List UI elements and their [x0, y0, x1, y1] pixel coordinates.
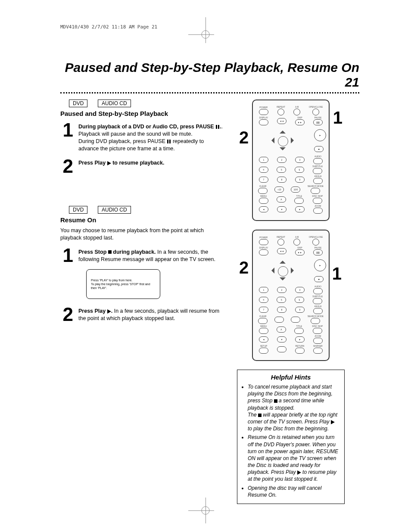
lbl-menu: MENU	[260, 195, 267, 197]
lbl-subtitle: SUBTITLE	[312, 165, 323, 168]
h1e: to play the Disc from the beginning.	[248, 426, 329, 432]
play-icon	[331, 420, 335, 424]
tag-dvd: DVD	[69, 206, 87, 214]
hint-2: Resume On is retained when you turn off …	[248, 434, 340, 482]
lbl-discskip: DISC SKIP	[312, 195, 323, 197]
remote-10-0-button	[291, 317, 300, 323]
remote-discskip-button	[313, 198, 322, 204]
lbl-skip: SKIP	[297, 117, 302, 119]
lbl-open: OPEN/CLOSE	[309, 236, 323, 238]
play-icon	[107, 309, 111, 314]
remote-setup-button	[259, 348, 268, 354]
lbl-angle: ANGLE	[314, 175, 322, 177]
remote-subtitle-button	[313, 168, 322, 174]
s2s2-a: Press Play	[78, 308, 107, 314]
remote-10-0-button: 10/0	[291, 187, 300, 193]
remote-num-5: 5	[277, 167, 286, 173]
remote-num-2: 2	[277, 157, 286, 163]
remote-ab-button	[293, 109, 300, 115]
lbl-power: POWER	[259, 106, 268, 109]
svg-point-0	[202, 31, 209, 38]
remote-stop-button: ■	[314, 276, 324, 282]
step2-text: Press Play to resume playback.	[78, 157, 164, 176]
remote-title-button	[294, 328, 304, 334]
lbl-clear: CLEAR	[259, 185, 267, 187]
remote-num-8: 8	[277, 177, 286, 183]
callout-1: 1	[333, 108, 342, 128]
lbl-repeat: REPEAT	[277, 236, 285, 238]
remote-menu-button	[259, 328, 268, 334]
tag-audio-cd: AUDIO CD	[98, 100, 131, 107]
remote-a-button: A	[277, 327, 286, 333]
hints-list: To cancel resume playback and start play…	[242, 383, 340, 498]
crop-mark-bottom-icon	[197, 502, 214, 519]
lbl-marker: MARKER	[313, 345, 322, 347]
right-column: 1 2 POWER REPEAT A-B OPEN/CLOSE DISPLAY …	[237, 100, 345, 504]
lbl-ab: A-B	[295, 106, 299, 108]
lbl-zoom: ZOOM	[315, 205, 321, 207]
play-icon	[297, 470, 301, 475]
s2s1-text: Press Stop during playback. In a few sec…	[78, 246, 224, 265]
section2-heading: Resume On	[60, 216, 224, 224]
remote-num-9: 9	[295, 177, 305, 183]
remote-num-6: 6	[295, 167, 304, 173]
lbl-display: DISPLAY	[259, 247, 268, 249]
lbl-skip: SKIP	[297, 247, 302, 249]
remote-a-button: A	[277, 196, 286, 202]
lbl-subtitle: SUBTITLE	[312, 296, 323, 298]
remote-audio-button	[313, 288, 323, 294]
remote-play-button: ►	[314, 259, 326, 271]
arrow-left-icon	[268, 268, 274, 274]
remote-num-5: 5	[277, 297, 286, 303]
remote-nav-pad	[268, 258, 298, 283]
arrow-right-icon	[291, 268, 297, 274]
callout-2: 2	[239, 258, 249, 277]
lbl-setup: SETUP	[260, 345, 268, 347]
remote-open-button	[312, 239, 319, 246]
hint-3: Opening the disc tray will cancel Resume…	[248, 485, 340, 498]
section2-step2: 2 Press Play . In a few seconds, playbac…	[60, 305, 224, 324]
remote-discskip-button	[313, 328, 322, 334]
s2s1-a: Press Stop	[78, 249, 108, 255]
lbl-ab: A-B	[295, 236, 299, 238]
remote-audio-button	[313, 158, 323, 164]
remote-num-7: 7	[259, 307, 268, 313]
stop-icon	[274, 399, 277, 403]
remote-skip-fwd-button: ►►	[295, 119, 305, 125]
remote-num-1: 1	[259, 157, 268, 163]
remote-body: POWER REPEAT A-B OPEN/CLOSE DISPLAY ◄◄ S…	[252, 230, 330, 361]
remote-num-6: 6	[295, 297, 304, 303]
section1-step2: 2 Press Play to resume playback.	[60, 157, 224, 176]
left-column: DVD AUDIO CD Paused and Step-by-Step Pla…	[60, 100, 224, 504]
media-tags-2: DVD AUDIO CD	[69, 206, 224, 214]
remote-zoom-button	[313, 208, 323, 214]
remote-marker-button	[313, 348, 323, 354]
remote-num-1: 1	[259, 287, 268, 293]
lbl-open: OPEN/CLOSE	[309, 106, 323, 108]
lbl-repeat: REPEAT	[277, 106, 285, 108]
s1s2-a: Press Play	[78, 160, 107, 166]
pause-icon	[167, 138, 171, 145]
remote-display-button	[259, 249, 268, 255]
remote-angle-button	[313, 178, 323, 184]
remote-search-button	[311, 318, 320, 324]
remote-diagram-1: 1 2 POWER REPEAT A-B OPEN/CLOSE DISPLAY …	[252, 100, 330, 221]
lbl-zoom: ZOOM	[315, 335, 321, 337]
lbl-angle: ANGLE	[314, 305, 322, 308]
lbl-menu: MENU	[260, 325, 267, 327]
callout-2: 2	[239, 128, 249, 147]
lbl-discskip: DISC SKIP	[312, 325, 323, 327]
remote-search-button	[311, 188, 320, 194]
remote-body: POWER REPEAT A-B OPEN/CLOSE DISPLAY ◄◄ S…	[252, 100, 330, 221]
remote-display-button	[259, 119, 268, 125]
arrow-right-icon	[291, 137, 297, 143]
media-tags: DVD AUDIO CD	[69, 100, 224, 107]
remote-skip-back-button: ◄◄	[277, 248, 286, 254]
remote-num-9: 9	[295, 307, 305, 313]
s1s1-c: During DVD playback, press PAUSE	[78, 138, 167, 144]
section2-step1: 1 Press Stop during playback. In a few s…	[60, 246, 224, 265]
lbl-power: POWER	[259, 236, 268, 239]
remote-zoom-button	[313, 338, 323, 344]
remote-ab-button	[293, 239, 300, 246]
step-number-2-icon: 2	[60, 305, 73, 324]
